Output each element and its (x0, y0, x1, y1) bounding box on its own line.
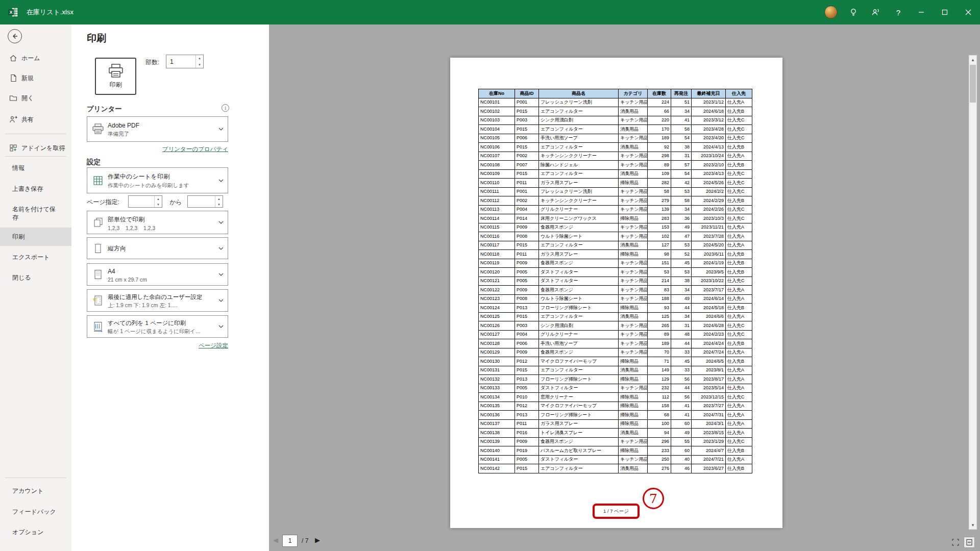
sidebar-item-save-as[interactable]: 名前を付けて保存 (0, 202, 71, 224)
column-header: 在庫数 (648, 89, 671, 98)
sidebar-item-save[interactable]: 上書き保存 (0, 180, 71, 198)
table-cell: NC00129 (479, 348, 515, 357)
coming-soon-button[interactable] (842, 0, 865, 24)
vertical-scrollbar[interactable]: ▲ ▼ (969, 55, 977, 530)
table-cell: ダストフィルター (539, 384, 619, 393)
table-row: NC00122P009食器用スポンジキッチン用品83342023/7/17仕入先… (479, 286, 752, 295)
table-cell: 仕入先B (726, 446, 752, 456)
scrollbar-down-icon[interactable]: ▼ (969, 521, 976, 529)
table-cell: 2023/8/17 (692, 375, 726, 384)
table-cell: 94 (648, 429, 671, 438)
page-number-field[interactable] (282, 535, 298, 547)
orientation-select[interactable]: 縦方向 (87, 237, 228, 259)
table-cell: 仕入先C (726, 134, 752, 143)
table-cell: NC00116 (479, 232, 515, 241)
pages-from-input[interactable] (129, 196, 154, 207)
account-button[interactable] (820, 0, 842, 24)
prev-page-button[interactable]: ◀ (273, 536, 278, 544)
table-row: NC00142P015エアコンフィルター消臭用品276462023/6/27仕入… (479, 464, 752, 473)
sidebar-item-options[interactable]: オプション (0, 523, 71, 541)
table-cell: 283 (648, 214, 671, 223)
maximize-button[interactable] (933, 0, 957, 24)
minimize-button[interactable] (910, 0, 933, 24)
sidebar-item-home[interactable]: ホーム (0, 49, 71, 67)
spin-down-icon[interactable]: ▼ (155, 202, 162, 207)
show-margins-button[interactable] (950, 537, 961, 548)
next-page-button[interactable]: ▶ (315, 536, 320, 544)
table-cell: 53 (671, 241, 692, 250)
sidebar-item-close-file[interactable]: 閉じる (0, 268, 71, 287)
copies-input[interactable] (166, 55, 195, 68)
print-what-select[interactable]: 作業中のシートを印刷 作業中のシートのみを印刷します (87, 167, 228, 193)
table-cell: 36 (671, 214, 692, 223)
table-cell: 170 (648, 125, 671, 134)
orientation-label: 縦方向 (108, 245, 126, 252)
table-cell: P008 (515, 232, 539, 241)
feedback-button[interactable] (865, 0, 887, 24)
pages-to-stepper[interactable]: ▲▼ (187, 195, 223, 208)
paper-size-select[interactable]: A4 21 cm x 29.7 cm (87, 263, 228, 286)
sidebar-item-addins[interactable]: アドインを取得 (0, 139, 71, 157)
back-button[interactable] (8, 29, 22, 43)
zoom-to-page-button[interactable] (964, 537, 975, 548)
table-cell: エアコンフィルター (539, 169, 619, 179)
table-cell: NC00124 (479, 304, 515, 313)
table-row: NC00115P009食器用スポンジキッチン用品153492023/11/21仕… (479, 223, 752, 232)
printer-select[interactable]: Adobe PDF 準備完了 (87, 116, 228, 142)
scaling-select[interactable]: すべての列を 1 ページに印刷 幅が 1 ページに収まるように印刷イ… (87, 315, 228, 338)
sidebar-separator (5, 156, 66, 157)
table-cell: P001 (515, 187, 539, 196)
table-cell: 265 (648, 321, 671, 331)
table-row: NC00109P015エアコンフィルター消臭用品109542023/4/13仕入… (479, 169, 752, 179)
pages-from-stepper[interactable]: ▲▼ (128, 195, 162, 208)
sidebar-item-share[interactable]: 共有 (0, 110, 71, 129)
scrollbar-thumb[interactable] (970, 65, 976, 103)
spin-down-icon[interactable]: ▼ (215, 202, 223, 207)
table-cell: エアコンフィルター (539, 125, 619, 134)
collation-select[interactable]: 部単位で印刷 1,2,3 1,2,3 1,2,3 (87, 211, 228, 234)
table-cell: P008 (515, 294, 539, 304)
table-cell: P010 (515, 393, 539, 402)
info-icon[interactable]: i (222, 104, 229, 112)
sidebar-item-new[interactable]: 新規 (0, 69, 71, 87)
table-cell: 2024/3/1 (692, 419, 726, 429)
copies-stepper[interactable]: ▲▼ (166, 55, 204, 68)
table-cell: 44 (671, 384, 692, 393)
page-setup-link[interactable]: ページ設定 (87, 342, 228, 349)
table-cell: 2024/1/19 (692, 259, 726, 268)
spin-down-icon[interactable]: ▼ (196, 62, 203, 68)
spin-up-icon[interactable]: ▲ (155, 196, 162, 202)
table-cell: P012 (515, 357, 539, 366)
pages-to-input[interactable] (188, 196, 215, 207)
table-cell: キッチン用品 (619, 455, 648, 464)
sidebar-item-export[interactable]: エクスポート (0, 248, 71, 266)
table-cell: 58 (671, 125, 692, 134)
help-button[interactable]: ? (887, 0, 910, 24)
sidebar-item-feedback[interactable]: フィードバック (0, 503, 71, 521)
sidebar-item-open[interactable]: 開く (0, 89, 71, 107)
table-cell: 46 (671, 464, 692, 473)
table-row: NC00127P004グリルクリーナーキッチン用品89482024/2/23仕入… (479, 330, 752, 339)
scrollbar-up-icon[interactable]: ▲ (969, 56, 976, 64)
table-cell: 42 (671, 179, 692, 188)
copies-spin-buttons[interactable]: ▲▼ (195, 55, 203, 68)
margins-label: 最後に適用した余白のユーザー設定 (108, 294, 203, 300)
sidebar-item-print[interactable]: 印刷 (0, 228, 71, 246)
table-cell: 仕入先B (726, 143, 752, 152)
table-cell: 2023/8/15 (692, 429, 726, 438)
page-number-input[interactable] (283, 535, 297, 546)
printer-properties-link[interactable]: プリンターのプロパティ (87, 145, 228, 153)
sidebar-item-account[interactable]: アカウント (0, 482, 71, 500)
table-cell: 2024/2/29 (692, 196, 726, 206)
margins-select[interactable]: 最後に適用した余白のユーザー設定 上: 1.9 cm 下: 1.9 cm 左: … (87, 289, 228, 312)
table-cell: キッチン用品 (619, 116, 648, 125)
table-cell: P002 (515, 152, 539, 161)
spin-up-icon[interactable]: ▲ (196, 55, 203, 62)
printer-name: Adobe PDF (108, 122, 139, 129)
table-cell: 151 (648, 259, 671, 268)
sidebar-item-info[interactable]: 情報 (0, 159, 71, 177)
table-cell: NC00120 (479, 268, 515, 277)
close-button[interactable] (957, 0, 980, 24)
print-button[interactable]: 印刷 (95, 58, 136, 95)
spin-up-icon[interactable]: ▲ (215, 196, 223, 202)
